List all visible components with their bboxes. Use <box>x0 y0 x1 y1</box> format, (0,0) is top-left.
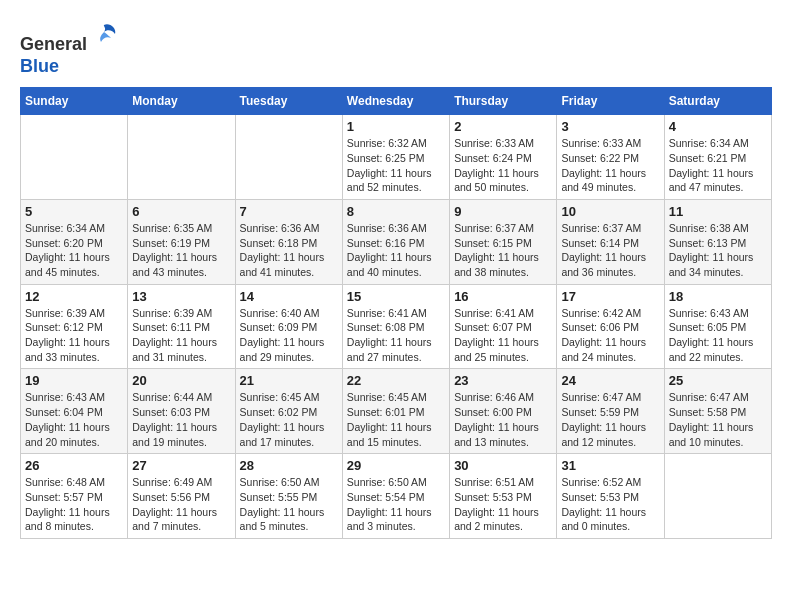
day-info: Sunrise: 6:47 AMSunset: 5:59 PMDaylight:… <box>561 390 659 449</box>
calendar-week-row: 1Sunrise: 6:32 AMSunset: 6:25 PMDaylight… <box>21 115 772 200</box>
calendar-cell: 24Sunrise: 6:47 AMSunset: 5:59 PMDayligh… <box>557 369 664 454</box>
logo-bird-icon <box>89 20 119 50</box>
weekday-header-friday: Friday <box>557 88 664 115</box>
day-info: Sunrise: 6:34 AMSunset: 6:20 PMDaylight:… <box>25 221 123 280</box>
day-info: Sunrise: 6:49 AMSunset: 5:56 PMDaylight:… <box>132 475 230 534</box>
day-info: Sunrise: 6:36 AMSunset: 6:18 PMDaylight:… <box>240 221 338 280</box>
calendar-cell: 20Sunrise: 6:44 AMSunset: 6:03 PMDayligh… <box>128 369 235 454</box>
calendar-week-row: 12Sunrise: 6:39 AMSunset: 6:12 PMDayligh… <box>21 284 772 369</box>
day-info: Sunrise: 6:40 AMSunset: 6:09 PMDaylight:… <box>240 306 338 365</box>
day-number: 16 <box>454 289 552 304</box>
day-info: Sunrise: 6:47 AMSunset: 5:58 PMDaylight:… <box>669 390 767 449</box>
calendar-cell: 26Sunrise: 6:48 AMSunset: 5:57 PMDayligh… <box>21 454 128 539</box>
day-info: Sunrise: 6:34 AMSunset: 6:21 PMDaylight:… <box>669 136 767 195</box>
calendar-cell <box>128 115 235 200</box>
day-number: 28 <box>240 458 338 473</box>
calendar-week-row: 5Sunrise: 6:34 AMSunset: 6:20 PMDaylight… <box>21 199 772 284</box>
day-number: 25 <box>669 373 767 388</box>
calendar-cell: 23Sunrise: 6:46 AMSunset: 6:00 PMDayligh… <box>450 369 557 454</box>
page-header: General Blue <box>20 20 772 77</box>
calendar-cell: 31Sunrise: 6:52 AMSunset: 5:53 PMDayligh… <box>557 454 664 539</box>
day-number: 20 <box>132 373 230 388</box>
day-info: Sunrise: 6:39 AMSunset: 6:12 PMDaylight:… <box>25 306 123 365</box>
calendar-cell: 6Sunrise: 6:35 AMSunset: 6:19 PMDaylight… <box>128 199 235 284</box>
logo-blue-text: Blue <box>20 56 59 76</box>
day-number: 18 <box>669 289 767 304</box>
day-info: Sunrise: 6:37 AMSunset: 6:15 PMDaylight:… <box>454 221 552 280</box>
calendar-cell: 4Sunrise: 6:34 AMSunset: 6:21 PMDaylight… <box>664 115 771 200</box>
calendar-cell: 5Sunrise: 6:34 AMSunset: 6:20 PMDaylight… <box>21 199 128 284</box>
day-number: 8 <box>347 204 445 219</box>
weekday-header-thursday: Thursday <box>450 88 557 115</box>
calendar-cell: 10Sunrise: 6:37 AMSunset: 6:14 PMDayligh… <box>557 199 664 284</box>
logo: General Blue <box>20 20 119 77</box>
day-info: Sunrise: 6:36 AMSunset: 6:16 PMDaylight:… <box>347 221 445 280</box>
day-number: 5 <box>25 204 123 219</box>
calendar-cell: 17Sunrise: 6:42 AMSunset: 6:06 PMDayligh… <box>557 284 664 369</box>
weekday-header-row: SundayMondayTuesdayWednesdayThursdayFrid… <box>21 88 772 115</box>
day-number: 24 <box>561 373 659 388</box>
day-info: Sunrise: 6:37 AMSunset: 6:14 PMDaylight:… <box>561 221 659 280</box>
calendar-cell: 3Sunrise: 6:33 AMSunset: 6:22 PMDaylight… <box>557 115 664 200</box>
day-info: Sunrise: 6:43 AMSunset: 6:05 PMDaylight:… <box>669 306 767 365</box>
day-number: 10 <box>561 204 659 219</box>
day-info: Sunrise: 6:35 AMSunset: 6:19 PMDaylight:… <box>132 221 230 280</box>
calendar-table: SundayMondayTuesdayWednesdayThursdayFrid… <box>20 87 772 539</box>
day-info: Sunrise: 6:44 AMSunset: 6:03 PMDaylight:… <box>132 390 230 449</box>
weekday-header-tuesday: Tuesday <box>235 88 342 115</box>
logo-general-text: General <box>20 34 87 54</box>
calendar-cell: 22Sunrise: 6:45 AMSunset: 6:01 PMDayligh… <box>342 369 449 454</box>
day-info: Sunrise: 6:41 AMSunset: 6:08 PMDaylight:… <box>347 306 445 365</box>
calendar-cell: 13Sunrise: 6:39 AMSunset: 6:11 PMDayligh… <box>128 284 235 369</box>
weekday-header-sunday: Sunday <box>21 88 128 115</box>
day-number: 13 <box>132 289 230 304</box>
weekday-header-monday: Monday <box>128 88 235 115</box>
day-number: 2 <box>454 119 552 134</box>
calendar-cell: 7Sunrise: 6:36 AMSunset: 6:18 PMDaylight… <box>235 199 342 284</box>
day-info: Sunrise: 6:33 AMSunset: 6:22 PMDaylight:… <box>561 136 659 195</box>
day-number: 12 <box>25 289 123 304</box>
calendar-cell: 8Sunrise: 6:36 AMSunset: 6:16 PMDaylight… <box>342 199 449 284</box>
day-number: 11 <box>669 204 767 219</box>
day-number: 31 <box>561 458 659 473</box>
calendar-week-row: 26Sunrise: 6:48 AMSunset: 5:57 PMDayligh… <box>21 454 772 539</box>
day-number: 27 <box>132 458 230 473</box>
day-number: 30 <box>454 458 552 473</box>
day-number: 26 <box>25 458 123 473</box>
weekday-header-saturday: Saturday <box>664 88 771 115</box>
day-number: 7 <box>240 204 338 219</box>
day-info: Sunrise: 6:46 AMSunset: 6:00 PMDaylight:… <box>454 390 552 449</box>
calendar-cell: 14Sunrise: 6:40 AMSunset: 6:09 PMDayligh… <box>235 284 342 369</box>
day-number: 23 <box>454 373 552 388</box>
calendar-cell: 27Sunrise: 6:49 AMSunset: 5:56 PMDayligh… <box>128 454 235 539</box>
day-number: 19 <box>25 373 123 388</box>
day-info: Sunrise: 6:38 AMSunset: 6:13 PMDaylight:… <box>669 221 767 280</box>
calendar-cell: 25Sunrise: 6:47 AMSunset: 5:58 PMDayligh… <box>664 369 771 454</box>
calendar-cell: 28Sunrise: 6:50 AMSunset: 5:55 PMDayligh… <box>235 454 342 539</box>
day-number: 9 <box>454 204 552 219</box>
day-info: Sunrise: 6:48 AMSunset: 5:57 PMDaylight:… <box>25 475 123 534</box>
calendar-cell: 2Sunrise: 6:33 AMSunset: 6:24 PMDaylight… <box>450 115 557 200</box>
day-info: Sunrise: 6:52 AMSunset: 5:53 PMDaylight:… <box>561 475 659 534</box>
day-info: Sunrise: 6:50 AMSunset: 5:54 PMDaylight:… <box>347 475 445 534</box>
day-number: 29 <box>347 458 445 473</box>
day-info: Sunrise: 6:41 AMSunset: 6:07 PMDaylight:… <box>454 306 552 365</box>
day-number: 17 <box>561 289 659 304</box>
calendar-cell: 9Sunrise: 6:37 AMSunset: 6:15 PMDaylight… <box>450 199 557 284</box>
calendar-cell: 16Sunrise: 6:41 AMSunset: 6:07 PMDayligh… <box>450 284 557 369</box>
calendar-cell: 29Sunrise: 6:50 AMSunset: 5:54 PMDayligh… <box>342 454 449 539</box>
day-info: Sunrise: 6:51 AMSunset: 5:53 PMDaylight:… <box>454 475 552 534</box>
calendar-cell: 19Sunrise: 6:43 AMSunset: 6:04 PMDayligh… <box>21 369 128 454</box>
weekday-header-wednesday: Wednesday <box>342 88 449 115</box>
day-info: Sunrise: 6:43 AMSunset: 6:04 PMDaylight:… <box>25 390 123 449</box>
calendar-cell: 15Sunrise: 6:41 AMSunset: 6:08 PMDayligh… <box>342 284 449 369</box>
calendar-cell: 30Sunrise: 6:51 AMSunset: 5:53 PMDayligh… <box>450 454 557 539</box>
calendar-week-row: 19Sunrise: 6:43 AMSunset: 6:04 PMDayligh… <box>21 369 772 454</box>
day-info: Sunrise: 6:42 AMSunset: 6:06 PMDaylight:… <box>561 306 659 365</box>
day-info: Sunrise: 6:50 AMSunset: 5:55 PMDaylight:… <box>240 475 338 534</box>
day-number: 22 <box>347 373 445 388</box>
calendar-cell <box>664 454 771 539</box>
day-number: 1 <box>347 119 445 134</box>
calendar-cell: 18Sunrise: 6:43 AMSunset: 6:05 PMDayligh… <box>664 284 771 369</box>
calendar-cell <box>21 115 128 200</box>
